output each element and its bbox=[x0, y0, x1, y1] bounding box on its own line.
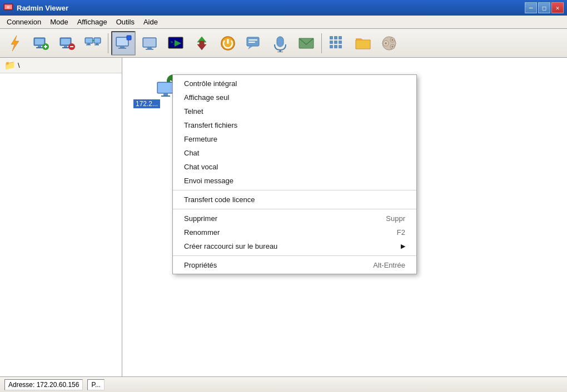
chat-button[interactable] bbox=[242, 31, 266, 56]
svg-rect-24 bbox=[96, 43, 98, 44]
remove-computer-button[interactable] bbox=[54, 31, 79, 56]
restore-button[interactable]: □ bbox=[538, 2, 550, 13]
svg-rect-45 bbox=[227, 39, 229, 44]
transfer-files-button[interactable] bbox=[190, 31, 214, 56]
menu-mode[interactable]: Mode bbox=[46, 16, 73, 28]
svg-rect-54 bbox=[330, 36, 333, 39]
ctx-view-only[interactable]: Affichage seul bbox=[173, 91, 416, 104]
toolbar-sep-1 bbox=[108, 33, 108, 53]
ctx-rename-label: Renommer bbox=[184, 228, 220, 237]
telnet-button[interactable]: >_ bbox=[163, 31, 188, 56]
ctx-full-control-label: Contrôle intégral bbox=[184, 79, 237, 88]
chat-icon bbox=[245, 34, 263, 52]
lightning-icon bbox=[6, 34, 23, 52]
full-control-button[interactable] bbox=[111, 31, 136, 56]
svg-rect-15 bbox=[62, 47, 69, 48]
voice-chat-button[interactable] bbox=[268, 31, 292, 56]
ctx-sep-2 bbox=[173, 209, 416, 209]
svg-rect-60 bbox=[330, 45, 333, 48]
ctx-create-shortcut-label: Créer raccourci sur le bureau bbox=[184, 242, 277, 250]
svg-rect-19 bbox=[86, 38, 92, 43]
svg-rect-50 bbox=[277, 37, 284, 47]
svg-rect-6 bbox=[35, 39, 44, 44]
status-bar: Adresse: 172.20.60.156 P... bbox=[0, 376, 567, 392]
menu-affichage[interactable]: Affichage bbox=[73, 16, 112, 28]
menu-outils[interactable]: Outils bbox=[112, 16, 139, 28]
ctx-transfer-label: Transfert fichiers bbox=[184, 121, 237, 129]
folder-button[interactable] bbox=[351, 31, 375, 56]
svg-rect-13 bbox=[61, 39, 70, 44]
menu-aide[interactable]: Aide bbox=[139, 16, 162, 28]
ctx-rename[interactable]: Renommer F2 bbox=[173, 225, 416, 239]
menu-connexion[interactable]: Connexion bbox=[2, 16, 46, 28]
svg-rect-17 bbox=[70, 46, 73, 47]
apps-button[interactable] bbox=[325, 31, 349, 56]
svg-rect-51 bbox=[280, 50, 281, 52]
svg-rect-57 bbox=[330, 41, 333, 44]
ctx-sep-3 bbox=[173, 255, 416, 256]
svg-rect-48 bbox=[248, 39, 257, 41]
close-button[interactable]: ✕ bbox=[551, 2, 564, 13]
ctx-chat[interactable]: Chat bbox=[173, 146, 416, 160]
ctx-properties-label: Propriétés bbox=[184, 261, 217, 269]
telnet-icon: >_ bbox=[167, 34, 185, 52]
svg-rect-58 bbox=[334, 41, 337, 44]
settings-button[interactable] bbox=[377, 31, 401, 56]
settings-icon bbox=[380, 34, 398, 52]
send-message-button[interactable] bbox=[294, 31, 319, 56]
ctx-chat-label: Chat bbox=[184, 149, 199, 157]
svg-rect-25 bbox=[94, 44, 99, 46]
send-message-icon bbox=[297, 34, 315, 52]
status-address-text: Adresse: 172.20.60.156 bbox=[8, 381, 79, 389]
svg-rect-30 bbox=[118, 48, 126, 49]
ctx-rename-shortcut: F2 bbox=[397, 228, 405, 237]
svg-marker-42 bbox=[197, 41, 206, 50]
minimize-button[interactable]: ─ bbox=[525, 2, 537, 13]
add-computer-icon bbox=[32, 34, 49, 52]
ctx-transfer[interactable]: Transfert fichiers bbox=[173, 118, 416, 132]
quick-connect-button[interactable] bbox=[2, 31, 27, 56]
svg-rect-73 bbox=[158, 83, 172, 93]
remove-computer-icon bbox=[58, 34, 76, 52]
folder-icon bbox=[354, 34, 372, 52]
view-only-button[interactable] bbox=[137, 31, 162, 56]
window-title: Radmin Viewer bbox=[17, 4, 525, 12]
connect-icon bbox=[84, 34, 102, 52]
ctx-license-transfer-label: Transfert code licence bbox=[184, 195, 255, 204]
ctx-delete[interactable]: Supprimer Suppr bbox=[173, 212, 416, 225]
shutdown-button[interactable] bbox=[216, 31, 240, 56]
selected-ip-label[interactable]: 172.2... bbox=[133, 99, 160, 108]
svg-point-68 bbox=[385, 42, 387, 44]
ctx-create-shortcut[interactable]: Créer raccourci sur le bureau ▶ bbox=[173, 239, 416, 253]
svg-rect-35 bbox=[147, 47, 152, 49]
add-computer-button[interactable] bbox=[28, 31, 53, 56]
svg-rect-23 bbox=[94, 38, 100, 43]
svg-rect-11 bbox=[45, 45, 46, 48]
ctx-send-message[interactable]: Envoi message bbox=[173, 174, 416, 188]
shutdown-icon bbox=[219, 34, 237, 52]
ctx-view-only-label: Affichage seul bbox=[184, 93, 229, 102]
ctx-telnet-label: Telnet bbox=[184, 107, 203, 115]
title-bar: R Radmin Viewer ─ □ ✕ bbox=[0, 0, 567, 16]
transfer-files-icon bbox=[193, 34, 211, 52]
ctx-delete-label: Supprimer bbox=[184, 214, 217, 223]
svg-rect-21 bbox=[86, 44, 91, 46]
connect-button[interactable] bbox=[81, 31, 105, 56]
svg-rect-20 bbox=[87, 43, 90, 44]
svg-rect-59 bbox=[339, 41, 342, 44]
svg-rect-7 bbox=[38, 46, 41, 47]
status-address: Adresse: 172.20.60.156 bbox=[4, 379, 83, 390]
ctx-license-transfer[interactable]: Transfert code licence bbox=[173, 193, 416, 207]
svg-rect-34 bbox=[143, 38, 156, 47]
ctx-voice-chat[interactable]: Chat vocal bbox=[173, 160, 416, 174]
ctx-telnet[interactable]: Telnet bbox=[173, 104, 416, 118]
voice-chat-icon bbox=[271, 34, 289, 52]
svg-rect-29 bbox=[120, 46, 125, 48]
svg-rect-32 bbox=[127, 36, 131, 39]
ctx-properties[interactable]: Propriétés Alt-Entrée bbox=[173, 258, 416, 272]
svg-rect-75 bbox=[161, 96, 170, 97]
view-only-icon bbox=[141, 34, 158, 52]
ctx-shutdown[interactable]: Fermeture bbox=[173, 132, 416, 146]
app-icon: R bbox=[3, 3, 13, 13]
ctx-full-control[interactable]: Contrôle intégral bbox=[173, 77, 416, 91]
